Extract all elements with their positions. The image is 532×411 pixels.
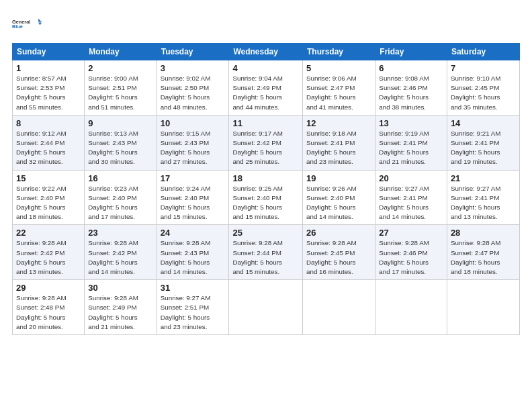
calendar-cell: 17Sunrise: 9:24 AMSunset: 2:40 PMDayligh… <box>157 170 229 225</box>
day-number: 15 <box>16 173 81 183</box>
day-number: 26 <box>306 228 371 238</box>
calendar-cell: 13Sunrise: 9:19 AMSunset: 2:41 PMDayligh… <box>375 115 447 170</box>
calendar-week-1: 1Sunrise: 8:57 AMSunset: 2:53 PMDaylight… <box>13 60 520 116</box>
calendar-cell: 15Sunrise: 9:22 AMSunset: 2:40 PMDayligh… <box>13 170 85 225</box>
day-number: 31 <box>161 283 226 293</box>
day-number: 10 <box>161 118 226 128</box>
day-info: Sunrise: 9:28 AMSunset: 2:46 PMDaylight:… <box>379 238 443 277</box>
page: General Blue SundayMondayTuesdayWednesda… <box>0 0 532 342</box>
day-info: Sunrise: 9:28 AMSunset: 2:45 PMDaylight:… <box>306 238 371 277</box>
calendar-cell: 8Sunrise: 9:12 AMSunset: 2:44 PMDaylight… <box>13 115 85 170</box>
column-header-sunday: Sunday <box>13 44 85 60</box>
day-number: 23 <box>88 228 152 238</box>
day-info: Sunrise: 9:02 AMSunset: 2:50 PMDaylight:… <box>161 74 226 112</box>
calendar-cell: 1Sunrise: 8:57 AMSunset: 2:53 PMDaylight… <box>13 60 85 116</box>
day-info: Sunrise: 9:08 AMSunset: 2:46 PMDaylight:… <box>379 74 443 112</box>
day-number: 28 <box>451 228 516 238</box>
day-info: Sunrise: 9:27 AMSunset: 2:41 PMDaylight:… <box>451 184 516 222</box>
day-info: Sunrise: 9:28 AMSunset: 2:42 PMDaylight:… <box>88 238 152 277</box>
calendar-cell: 19Sunrise: 9:26 AMSunset: 2:40 PMDayligh… <box>303 170 375 225</box>
calendar-cell: 27Sunrise: 9:28 AMSunset: 2:46 PMDayligh… <box>375 225 447 280</box>
calendar-cell: 10Sunrise: 9:15 AMSunset: 2:43 PMDayligh… <box>157 115 229 170</box>
day-number: 19 <box>306 173 371 183</box>
calendar-cell: 31Sunrise: 9:27 AMSunset: 2:51 PMDayligh… <box>157 280 229 335</box>
day-number: 17 <box>161 173 226 183</box>
logo: General Blue <box>12 11 42 36</box>
day-number: 22 <box>16 228 81 238</box>
day-info: Sunrise: 9:19 AMSunset: 2:41 PMDaylight:… <box>379 129 443 167</box>
day-info: Sunrise: 9:04 AMSunset: 2:49 PMDaylight:… <box>232 74 299 112</box>
day-info: Sunrise: 9:17 AMSunset: 2:42 PMDaylight:… <box>232 129 299 167</box>
calendar-cell <box>229 280 303 335</box>
day-info: Sunrise: 9:23 AMSunset: 2:40 PMDaylight:… <box>88 184 152 222</box>
day-info: Sunrise: 9:27 AMSunset: 2:41 PMDaylight:… <box>379 184 443 222</box>
day-number: 24 <box>161 228 226 238</box>
day-info: Sunrise: 9:28 AMSunset: 2:43 PMDaylight:… <box>161 238 226 277</box>
calendar-cell: 12Sunrise: 9:18 AMSunset: 2:41 PMDayligh… <box>303 115 375 170</box>
calendar-week-2: 8Sunrise: 9:12 AMSunset: 2:44 PMDaylight… <box>13 115 520 170</box>
day-info: Sunrise: 9:22 AMSunset: 2:40 PMDaylight:… <box>16 184 81 222</box>
day-number: 6 <box>379 63 443 73</box>
day-number: 9 <box>88 118 152 128</box>
day-number: 3 <box>161 63 226 73</box>
calendar-week-4: 22Sunrise: 9:28 AMSunset: 2:42 PMDayligh… <box>13 225 520 280</box>
calendar-cell: 18Sunrise: 9:25 AMSunset: 2:40 PMDayligh… <box>229 170 303 225</box>
calendar-cell <box>447 280 519 335</box>
day-number: 7 <box>451 63 516 73</box>
calendar-cell: 11Sunrise: 9:17 AMSunset: 2:42 PMDayligh… <box>229 115 303 170</box>
day-info: Sunrise: 9:10 AMSunset: 2:45 PMDaylight:… <box>451 74 516 112</box>
day-number: 30 <box>88 283 152 293</box>
day-info: Sunrise: 9:15 AMSunset: 2:43 PMDaylight:… <box>161 129 226 167</box>
day-number: 4 <box>232 63 299 73</box>
column-header-saturday: Saturday <box>447 44 519 60</box>
day-number: 14 <box>451 118 516 128</box>
day-number: 18 <box>232 173 299 183</box>
column-header-monday: Monday <box>85 44 157 60</box>
svg-text:Blue: Blue <box>12 24 23 30</box>
day-number: 11 <box>232 118 299 128</box>
day-info: Sunrise: 9:26 AMSunset: 2:40 PMDaylight:… <box>306 184 371 222</box>
header-row: General Blue <box>12 11 520 36</box>
day-info: Sunrise: 9:00 AMSunset: 2:51 PMDaylight:… <box>88 74 152 112</box>
day-info: Sunrise: 9:06 AMSunset: 2:47 PMDaylight:… <box>306 74 371 112</box>
calendar-cell: 24Sunrise: 9:28 AMSunset: 2:43 PMDayligh… <box>157 225 229 280</box>
calendar-cell: 2Sunrise: 9:00 AMSunset: 2:51 PMDaylight… <box>85 60 157 116</box>
calendar-cell: 20Sunrise: 9:27 AMSunset: 2:41 PMDayligh… <box>375 170 447 225</box>
calendar-cell: 28Sunrise: 9:28 AMSunset: 2:47 PMDayligh… <box>447 225 519 280</box>
day-info: Sunrise: 9:21 AMSunset: 2:41 PMDaylight:… <box>451 129 516 167</box>
calendar-cell <box>303 280 375 335</box>
svg-marker-2 <box>38 19 42 22</box>
day-info: Sunrise: 9:24 AMSunset: 2:40 PMDaylight:… <box>161 184 226 222</box>
day-number: 27 <box>379 228 443 238</box>
calendar-cell: 4Sunrise: 9:04 AMSunset: 2:49 PMDaylight… <box>229 60 303 116</box>
column-header-wednesday: Wednesday <box>229 44 303 60</box>
calendar-cell: 9Sunrise: 9:13 AMSunset: 2:43 PMDaylight… <box>85 115 157 170</box>
calendar-cell: 21Sunrise: 9:27 AMSunset: 2:41 PMDayligh… <box>447 170 519 225</box>
calendar-cell: 25Sunrise: 9:28 AMSunset: 2:44 PMDayligh… <box>229 225 303 280</box>
day-info: Sunrise: 9:28 AMSunset: 2:44 PMDaylight:… <box>232 238 299 277</box>
day-number: 2 <box>88 63 152 73</box>
day-info: Sunrise: 9:18 AMSunset: 2:41 PMDaylight:… <box>306 129 371 167</box>
calendar-cell: 16Sunrise: 9:23 AMSunset: 2:40 PMDayligh… <box>85 170 157 225</box>
calendar-week-5: 29Sunrise: 9:28 AMSunset: 2:48 PMDayligh… <box>13 280 520 335</box>
calendar-cell: 22Sunrise: 9:28 AMSunset: 2:42 PMDayligh… <box>13 225 85 280</box>
calendar-cell: 23Sunrise: 9:28 AMSunset: 2:42 PMDayligh… <box>85 225 157 280</box>
calendar-cell: 26Sunrise: 9:28 AMSunset: 2:45 PMDayligh… <box>303 225 375 280</box>
day-info: Sunrise: 9:28 AMSunset: 2:49 PMDaylight:… <box>88 293 152 332</box>
calendar-cell: 5Sunrise: 9:06 AMSunset: 2:47 PMDaylight… <box>303 60 375 116</box>
column-header-thursday: Thursday <box>303 44 375 60</box>
svg-marker-3 <box>38 23 42 26</box>
calendar-cell: 29Sunrise: 9:28 AMSunset: 2:48 PMDayligh… <box>13 280 85 335</box>
day-info: Sunrise: 9:28 AMSunset: 2:42 PMDaylight:… <box>16 238 81 277</box>
day-number: 20 <box>379 173 443 183</box>
calendar-table: SundayMondayTuesdayWednesdayThursdayFrid… <box>12 43 520 335</box>
day-number: 8 <box>16 118 81 128</box>
day-number: 25 <box>232 228 299 238</box>
day-number: 16 <box>88 173 152 183</box>
day-info: Sunrise: 9:13 AMSunset: 2:43 PMDaylight:… <box>88 129 152 167</box>
day-number: 13 <box>379 118 443 128</box>
day-info: Sunrise: 9:27 AMSunset: 2:51 PMDaylight:… <box>161 293 226 332</box>
day-number: 1 <box>16 63 81 73</box>
column-header-friday: Friday <box>375 44 447 60</box>
logo-svg: General Blue <box>12 11 42 36</box>
